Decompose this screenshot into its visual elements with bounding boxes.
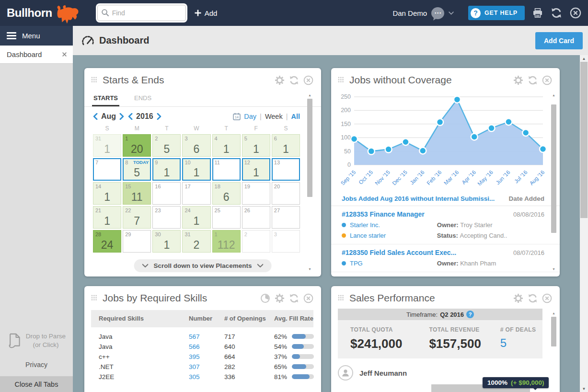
- tab-close-icon[interactable]: [62, 52, 67, 57]
- chart-point[interactable]: [471, 133, 478, 140]
- bullhorn-logo[interactable]: Bullhorn: [7, 0, 79, 26]
- calendar-cell[interactable]: 61: [272, 134, 300, 157]
- scroll-thumb[interactable]: [551, 317, 556, 346]
- get-help-button[interactable]: ? GET HELP: [468, 6, 525, 20]
- calendar-cell[interactable]: 186: [212, 182, 241, 205]
- chart-point[interactable]: [419, 147, 426, 154]
- skill-number-link[interactable]: 567: [189, 333, 224, 340]
- calendar-cell[interactable]: 20: [272, 182, 300, 205]
- scroll-up-arrow[interactable]: ▲: [551, 310, 557, 316]
- chart-point[interactable]: [522, 129, 529, 136]
- drag-handle-icon[interactable]: [91, 77, 98, 84]
- find-input[interactable]: [97, 5, 186, 21]
- calendar-cell[interactable]: 1112: [212, 230, 241, 253]
- refresh-icon[interactable]: [528, 293, 538, 303]
- calendar-cell[interactable]: 91: [152, 158, 181, 181]
- refresh-icon[interactable]: [289, 75, 299, 85]
- page-scrollbar[interactable]: ▲ ▼: [580, 55, 588, 392]
- calendar-cell[interactable]: 26: [242, 206, 270, 229]
- calendar-month[interactable]: Aug: [101, 112, 116, 121]
- chart-point[interactable]: [351, 136, 357, 142]
- job-detail-link[interactable]: Lance starler: [350, 232, 386, 239]
- close-icon[interactable]: [303, 75, 313, 85]
- chart-point[interactable]: [437, 119, 443, 126]
- calendar-cell[interactable]: 7: [93, 158, 121, 181]
- privacy-link[interactable]: Privacy: [0, 361, 73, 369]
- calendar-cell[interactable]: 141: [93, 182, 121, 205]
- scroll-up-arrow[interactable]: ▲: [551, 92, 557, 98]
- calendar-cell[interactable]: 19: [242, 182, 270, 205]
- calendar-cell[interactable]: 101: [182, 158, 210, 181]
- calendar-cell[interactable]: 312: [182, 230, 210, 253]
- skill-number-link[interactable]: 395: [189, 353, 224, 360]
- gear-icon[interactable]: [275, 75, 285, 85]
- view-week[interactable]: Week: [265, 113, 283, 120]
- view-day[interactable]: Day: [244, 113, 256, 120]
- skill-number-link[interactable]: 566: [189, 343, 224, 350]
- calendar-cell[interactable]: 25: [212, 206, 241, 229]
- chart-point[interactable]: [505, 118, 512, 125]
- calendar-cell[interactable]: 311: [93, 134, 121, 157]
- print-icon[interactable]: [532, 8, 543, 18]
- chart-point[interactable]: [488, 125, 495, 131]
- refresh-icon[interactable]: [528, 75, 538, 85]
- chart-point[interactable]: [402, 138, 409, 145]
- calendar-cell[interactable]: 121: [242, 158, 270, 181]
- card-scrollbar[interactable]: ▲ ▼: [307, 92, 313, 272]
- skill-number-link[interactable]: 307: [189, 363, 224, 370]
- card-scrollbar[interactable]: ▲: [551, 310, 557, 387]
- close-all-tabs-button[interactable]: Close All Tabs: [0, 376, 73, 392]
- calendar-year[interactable]: 2016: [136, 112, 153, 121]
- calendar-cell[interactable]: 211: [93, 206, 121, 229]
- drag-handle-icon[interactable]: [338, 295, 345, 302]
- calendar-cell[interactable]: 1511: [123, 182, 151, 205]
- chart-point[interactable]: [454, 96, 461, 103]
- help-icon[interactable]: ?: [466, 311, 474, 318]
- scroll-down-arrow[interactable]: ▼: [580, 385, 588, 392]
- calendar-cell[interactable]: 2: [242, 230, 270, 253]
- calendar-cell[interactable]: 301: [152, 230, 181, 253]
- tab-starts[interactable]: STARTS: [92, 90, 119, 106]
- calendar-cell[interactable]: 17: [182, 182, 210, 205]
- gear-icon[interactable]: [513, 293, 523, 303]
- next-year-icon[interactable]: [157, 113, 161, 120]
- scroll-down-arrow[interactable]: ▼: [551, 266, 557, 272]
- drag-handle-icon[interactable]: [91, 295, 98, 302]
- job-detail-link[interactable]: TPG: [350, 260, 363, 267]
- calendar-cell[interactable]: 36: [182, 134, 210, 157]
- refresh-icon[interactable]: [551, 7, 562, 19]
- menu-button[interactable]: Menu: [0, 26, 73, 46]
- scroll-thumb[interactable]: [307, 99, 312, 197]
- calendar-cell[interactable]: 29: [123, 230, 151, 253]
- calendar-cell[interactable]: 13: [272, 158, 300, 181]
- gear-icon[interactable]: [513, 75, 523, 85]
- close-icon[interactable]: [303, 293, 313, 303]
- chart-point[interactable]: [540, 146, 546, 152]
- prev-month-icon[interactable]: [93, 113, 98, 120]
- calendar-cell[interactable]: 27: [272, 206, 300, 229]
- job-title-link[interactable]: #128350 Field Sales Account Exec...: [342, 249, 456, 256]
- chart-point[interactable]: [368, 148, 375, 155]
- pie-chart-icon[interactable]: [260, 293, 270, 303]
- scroll-down-arrow[interactable]: ▼: [307, 266, 313, 272]
- close-icon[interactable]: [542, 293, 552, 303]
- drop-to-parse[interactable]: Drop to Parse (or Click): [0, 332, 73, 349]
- gear-icon[interactable]: [275, 293, 285, 303]
- view-all[interactable]: All: [291, 113, 300, 120]
- calendar-cell[interactable]: 8TODAY5: [123, 158, 151, 181]
- close-icon[interactable]: [570, 7, 581, 19]
- job-detail-link[interactable]: Starler Inc.: [350, 221, 380, 229]
- sidebar-tab-dashboard[interactable]: Dashboard: [0, 46, 73, 64]
- add-card-button[interactable]: Add Card: [535, 32, 583, 49]
- calendar-cell[interactable]: 41: [212, 134, 241, 157]
- calendar-cell[interactable]: 2824: [93, 230, 121, 253]
- calendar-cell[interactable]: 16: [152, 182, 181, 205]
- calendar-cell[interactable]: 3: [272, 230, 300, 253]
- calendar-cell[interactable]: 25: [152, 134, 181, 157]
- scroll-hint-pill[interactable]: Scroll down to view Placements: [134, 259, 272, 272]
- jobs-added-link[interactable]: Jobs Added Aug 2016 without Internal Sub…: [342, 195, 495, 202]
- scroll-up-arrow[interactable]: ▲: [580, 55, 588, 62]
- job-title-link[interactable]: #128353 Finance Manager: [342, 210, 425, 218]
- scroll-up-arrow[interactable]: ▲: [307, 92, 313, 98]
- calendar-cell[interactable]: 120: [123, 134, 151, 157]
